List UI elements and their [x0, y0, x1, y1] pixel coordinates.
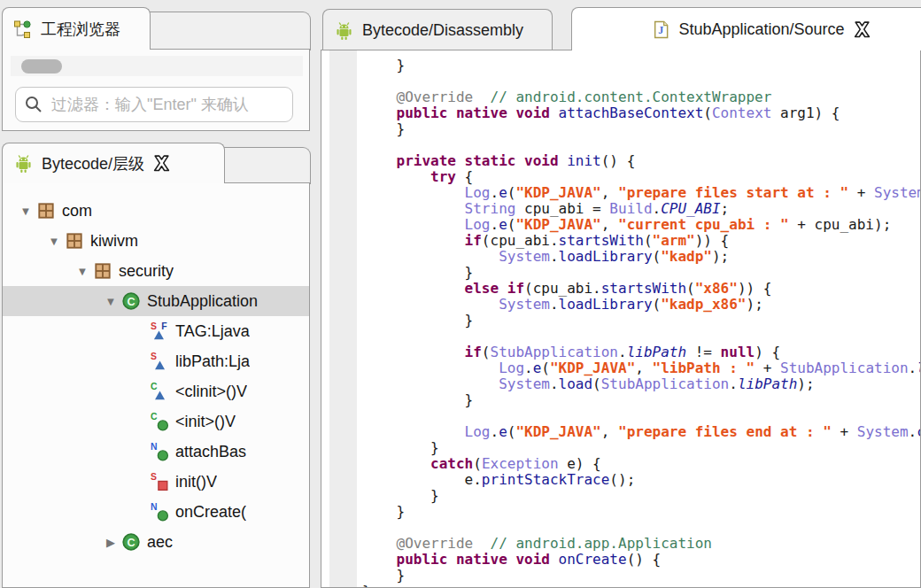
code-line[interactable] [362, 520, 920, 536]
code-line[interactable]: System.loadLibrary("kadp_x86"); [362, 297, 920, 313]
tree-item-label: StubApplication [147, 292, 258, 311]
code-line[interactable]: public native void attachBaseContext(Con… [362, 105, 920, 121]
progress-strip [11, 56, 303, 76]
svg-text:N: N [151, 442, 158, 452]
code-line[interactable]: Log.e("KDP_JAVA", "libPath : " + StubApp… [362, 360, 920, 376]
code-line[interactable]: public native void onCreate() { [362, 552, 920, 568]
svg-text:N: N [151, 502, 158, 512]
code-line[interactable]: } [362, 265, 920, 281]
code-line[interactable] [362, 74, 920, 89]
code-line[interactable]: } [362, 584, 920, 588]
project-browser-panel [2, 49, 310, 131]
code-line[interactable]: String cpu_abi = Build.CPU_ABI; [362, 201, 920, 217]
code-line[interactable]: Log.e("KDP_JAVA", "prepare files end at … [362, 424, 920, 440]
tab-bytecode-hierarchy[interactable]: Bytecode/层级 [2, 143, 225, 183]
code-line[interactable]: if(StubApplication.libPath != null) { [362, 344, 920, 360]
tree-item-label: security [119, 262, 174, 281]
tree-item-libpath-lja[interactable]: SlibPath:Lja [3, 346, 309, 376]
code-line[interactable]: Log.e("KDP_JAVA", "current cpu_abi : " +… [362, 217, 920, 233]
close-icon[interactable] [152, 154, 171, 173]
project-tree-icon [13, 19, 33, 39]
code-line[interactable]: } [362, 58, 920, 74]
tree-item-label: <init>()V [175, 413, 236, 431]
tree-expander-icon[interactable]: ▼ [43, 235, 65, 248]
code-line[interactable]: else if(cpu_abi.startsWith("x86")) { [362, 281, 920, 297]
code-line[interactable]: } [362, 568, 920, 584]
code-line[interactable]: private static void init() { [362, 153, 920, 169]
class-icon: C [121, 291, 141, 311]
code-line[interactable]: catch(Exception e) { [362, 456, 920, 472]
hierarchy-panel: ▼com▼kiwivm▼security▼CStubApplicationSFT… [2, 182, 310, 588]
field-static-icon: S [150, 352, 169, 371]
tree-item--clinit-v[interactable]: C<clinit>()V [3, 376, 309, 406]
tab-project-browser-label: 工程浏览器 [41, 19, 120, 40]
tree-item-label: kiwivm [90, 232, 138, 251]
tree-item-com[interactable]: ▼com [3, 196, 309, 226]
tree-item-stubapplication[interactable]: ▼CStubApplication [3, 286, 309, 316]
tree-expander-icon[interactable]: ▼ [72, 265, 93, 278]
code-line[interactable]: if(cpu_abi.startsWith("arm")) { [362, 233, 920, 249]
code-line[interactable]: } [362, 313, 920, 329]
code-line[interactable]: System.loadLibrary("kadp"); [362, 249, 920, 265]
code-line[interactable]: @Override // android.app.Application [362, 536, 920, 552]
tree-item-label: libPath:Lja [175, 352, 250, 371]
tree-item-aec[interactable]: ▶Caec [3, 527, 309, 557]
code-line[interactable] [362, 137, 920, 153]
tree-item-oncreate-[interactable]: NonCreate( [3, 497, 309, 527]
code-line[interactable] [362, 408, 920, 424]
tab-bytecode-disassembly[interactable]: Bytecode/Disassembly [322, 9, 553, 50]
code-line[interactable]: } [362, 488, 920, 504]
code-line[interactable]: @Override // android.content.ContextWrap… [362, 89, 920, 105]
tab-stubapplication-source-label: StubApplication/Source [678, 20, 844, 39]
filter-input[interactable] [15, 87, 293, 122]
tree-item-tag-ljava[interactable]: SFTAG:Ljava [3, 316, 309, 346]
svg-text:J: J [659, 24, 664, 36]
package-icon [65, 231, 84, 251]
hierarchy-tabbar-filler [224, 147, 311, 184]
code-line[interactable]: Log.e("KDP_JAVA", "prepare files start a… [362, 185, 920, 201]
left-sidebar: 工程浏览器 Bytecode/层级 ▼com▼kiwivm▼security▼C… [0, 0, 315, 588]
code-line[interactable]: } [362, 440, 920, 456]
method-static-icon: S [150, 472, 169, 491]
java-doc-icon: J [652, 20, 670, 39]
code-line[interactable]: } [362, 121, 920, 137]
tab-bytecode-disassembly-label: Bytecode/Disassembly [362, 21, 523, 40]
hierarchy-tree: ▼com▼kiwivm▼security▼CStubApplicationSFT… [3, 196, 309, 557]
tree-item-label: attachBas [175, 443, 246, 461]
code-line[interactable]: } [362, 392, 920, 408]
tree-item-label: init()V [175, 473, 217, 491]
source-code: } @Override // android.content.ContextWr… [362, 58, 920, 587]
tree-item-label: com [62, 202, 92, 220]
tree-item--init-v[interactable]: C<init>()V [3, 406, 309, 437]
tab-bytecode-hierarchy-label: Bytecode/层级 [42, 153, 144, 174]
project-tabbar-filler [150, 12, 311, 50]
editor-gutter [329, 50, 357, 587]
tree-item-label: <clinit>()V [175, 383, 247, 401]
tree-item-kiwivm[interactable]: ▼kiwivm [3, 226, 309, 256]
package-icon [36, 201, 56, 220]
method-native-icon: N [150, 502, 169, 522]
code-line[interactable]: try { [362, 169, 920, 185]
tree-item-init-v[interactable]: Sinit()V [3, 467, 309, 497]
constructor-icon: C [150, 412, 169, 431]
tree-item-attachbas[interactable]: NattachBas [3, 437, 309, 467]
svg-text:C: C [151, 412, 158, 422]
svg-text:S: S [151, 352, 157, 361]
code-line[interactable]: } [362, 504, 920, 520]
code-line[interactable] [362, 329, 920, 344]
editor-area: Bytecode/Disassembly J StubApplication/S… [319, 0, 921, 588]
svg-text:S: S [151, 472, 157, 482]
tree-item-security[interactable]: ▼security [3, 256, 309, 286]
tree-expander-icon[interactable]: ▼ [100, 295, 121, 308]
search-icon [24, 95, 43, 114]
code-line[interactable]: System.load(StubApplication.libPath); [362, 376, 920, 392]
svg-text:C: C [127, 537, 135, 549]
code-line[interactable]: e.printStackTrace(); [362, 472, 920, 488]
tab-project-browser[interactable]: 工程浏览器 [2, 7, 151, 50]
tree-expander-icon[interactable]: ▼ [15, 205, 36, 218]
source-editor[interactable]: } @Override // android.content.ContextWr… [321, 50, 921, 588]
clinit-icon: C [150, 382, 169, 401]
tree-expander-icon[interactable]: ▶ [100, 536, 121, 549]
tab-stubapplication-source[interactable]: J StubApplication/Source [571, 7, 921, 50]
close-icon[interactable] [853, 20, 871, 39]
